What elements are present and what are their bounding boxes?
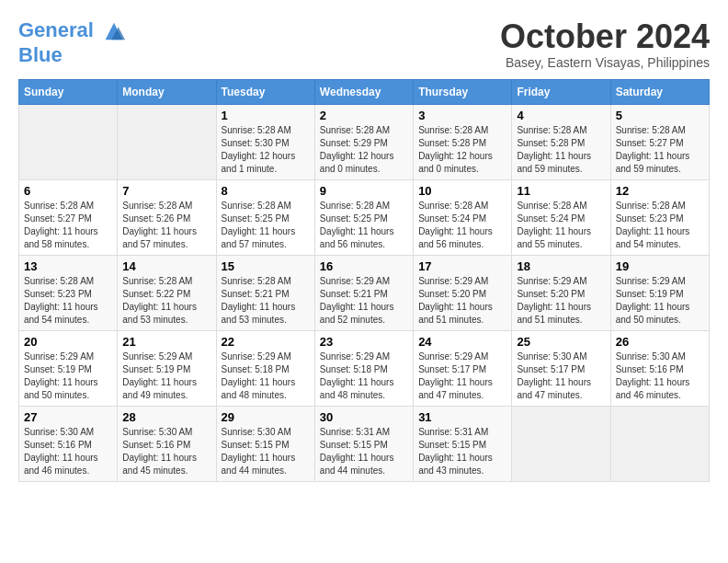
day-number: 22 <box>222 335 310 349</box>
day-info: Sunrise: 5:29 AMSunset: 5:18 PMDaylight:… <box>222 350 310 402</box>
day-info: Sunrise: 5:28 AMSunset: 5:25 PMDaylight:… <box>222 200 310 251</box>
day-cell: 24Sunrise: 5:29 AMSunset: 5:17 PMDayligh… <box>414 330 512 406</box>
logo: General Blue <box>18 18 127 66</box>
month-title: October 2024 <box>500 18 710 55</box>
day-info: Sunrise: 5:31 AMSunset: 5:15 PMDaylight:… <box>320 426 408 477</box>
day-number: 1 <box>222 109 310 122</box>
week-row-4: 20Sunrise: 5:29 AMSunset: 5:19 PMDayligh… <box>19 330 710 406</box>
day-number: 8 <box>222 184 310 198</box>
day-cell: 28Sunrise: 5:30 AMSunset: 5:16 PMDayligh… <box>118 406 216 481</box>
day-cell <box>19 104 118 179</box>
day-info: Sunrise: 5:30 AMSunset: 5:17 PMDaylight:… <box>517 350 605 402</box>
column-header-tuesday: Tuesday <box>216 79 314 104</box>
page-header: General Blue October 2024 Basey, Eastern… <box>18 18 710 70</box>
day-cell: 19Sunrise: 5:29 AMSunset: 5:19 PMDayligh… <box>610 255 709 330</box>
column-header-monday: Monday <box>118 79 216 104</box>
column-header-wednesday: Wednesday <box>314 79 413 104</box>
day-cell: 27Sunrise: 5:30 AMSunset: 5:16 PMDayligh… <box>19 406 118 481</box>
day-info: Sunrise: 5:30 AMSunset: 5:16 PMDaylight:… <box>24 426 112 477</box>
day-cell: 7Sunrise: 5:28 AMSunset: 5:26 PMDaylight… <box>118 179 216 255</box>
day-cell <box>118 104 216 179</box>
day-info: Sunrise: 5:29 AMSunset: 5:17 PMDaylight:… <box>418 350 506 402</box>
day-cell: 11Sunrise: 5:28 AMSunset: 5:24 PMDayligh… <box>512 179 610 255</box>
day-info: Sunrise: 5:28 AMSunset: 5:29 PMDaylight:… <box>320 124 408 176</box>
day-cell: 25Sunrise: 5:30 AMSunset: 5:17 PMDayligh… <box>512 330 610 406</box>
day-number: 10 <box>418 184 506 198</box>
day-cell: 6Sunrise: 5:28 AMSunset: 5:27 PMDaylight… <box>19 179 118 255</box>
week-row-1: 1Sunrise: 5:28 AMSunset: 5:30 PMDaylight… <box>19 104 710 179</box>
day-number: 9 <box>320 184 408 198</box>
day-number: 3 <box>418 109 506 122</box>
day-info: Sunrise: 5:29 AMSunset: 5:18 PMDaylight:… <box>320 350 408 402</box>
day-info: Sunrise: 5:28 AMSunset: 5:22 PMDaylight:… <box>122 275 210 327</box>
day-info: Sunrise: 5:28 AMSunset: 5:27 PMDaylight:… <box>24 200 112 251</box>
day-number: 17 <box>418 259 506 273</box>
day-number: 12 <box>616 184 704 198</box>
day-number: 21 <box>122 335 210 349</box>
day-cell <box>610 406 709 481</box>
day-number: 19 <box>616 259 704 273</box>
column-header-thursday: Thursday <box>414 79 512 104</box>
day-cell: 30Sunrise: 5:31 AMSunset: 5:15 PMDayligh… <box>314 406 413 481</box>
day-cell: 15Sunrise: 5:28 AMSunset: 5:21 PMDayligh… <box>216 255 314 330</box>
day-number: 7 <box>122 184 210 198</box>
day-info: Sunrise: 5:28 AMSunset: 5:21 PMDaylight:… <box>222 275 310 327</box>
day-info: Sunrise: 5:28 AMSunset: 5:30 PMDaylight:… <box>222 124 310 176</box>
day-info: Sunrise: 5:28 AMSunset: 5:28 PMDaylight:… <box>517 124 605 176</box>
day-cell: 1Sunrise: 5:28 AMSunset: 5:30 PMDaylight… <box>216 104 314 179</box>
day-cell: 5Sunrise: 5:28 AMSunset: 5:27 PMDaylight… <box>610 104 709 179</box>
day-info: Sunrise: 5:29 AMSunset: 5:19 PMDaylight:… <box>122 350 210 402</box>
day-number: 28 <box>122 410 210 424</box>
day-info: Sunrise: 5:28 AMSunset: 5:23 PMDaylight:… <box>616 200 704 251</box>
day-info: Sunrise: 5:29 AMSunset: 5:20 PMDaylight:… <box>418 275 506 327</box>
week-row-5: 27Sunrise: 5:30 AMSunset: 5:16 PMDayligh… <box>19 406 710 481</box>
day-number: 31 <box>418 410 506 424</box>
day-info: Sunrise: 5:28 AMSunset: 5:27 PMDaylight:… <box>616 124 704 176</box>
day-info: Sunrise: 5:28 AMSunset: 5:24 PMDaylight:… <box>517 200 605 251</box>
day-number: 16 <box>320 259 408 273</box>
day-number: 2 <box>320 109 408 122</box>
day-number: 27 <box>24 410 112 424</box>
day-cell: 20Sunrise: 5:29 AMSunset: 5:19 PMDayligh… <box>19 330 118 406</box>
day-cell: 23Sunrise: 5:29 AMSunset: 5:18 PMDayligh… <box>314 330 413 406</box>
day-number: 15 <box>222 259 310 273</box>
day-cell: 14Sunrise: 5:28 AMSunset: 5:22 PMDayligh… <box>118 255 216 330</box>
logo-text: General <box>18 18 127 44</box>
week-row-2: 6Sunrise: 5:28 AMSunset: 5:27 PMDaylight… <box>19 179 710 255</box>
calendar-table: SundayMondayTuesdayWednesdayThursdayFrid… <box>18 79 710 482</box>
day-number: 6 <box>24 184 112 198</box>
day-info: Sunrise: 5:29 AMSunset: 5:21 PMDaylight:… <box>320 275 408 327</box>
day-cell: 16Sunrise: 5:29 AMSunset: 5:21 PMDayligh… <box>314 255 413 330</box>
day-info: Sunrise: 5:30 AMSunset: 5:16 PMDaylight:… <box>122 426 210 477</box>
day-number: 11 <box>517 184 605 198</box>
day-cell: 12Sunrise: 5:28 AMSunset: 5:23 PMDayligh… <box>610 179 709 255</box>
day-cell: 9Sunrise: 5:28 AMSunset: 5:25 PMDaylight… <box>314 179 413 255</box>
day-cell: 4Sunrise: 5:28 AMSunset: 5:28 PMDaylight… <box>512 104 610 179</box>
day-cell: 17Sunrise: 5:29 AMSunset: 5:20 PMDayligh… <box>414 255 512 330</box>
day-number: 24 <box>418 335 506 349</box>
day-number: 4 <box>517 109 605 122</box>
day-cell: 29Sunrise: 5:30 AMSunset: 5:15 PMDayligh… <box>216 406 314 481</box>
day-cell: 2Sunrise: 5:28 AMSunset: 5:29 PMDaylight… <box>314 104 413 179</box>
title-section: October 2024 Basey, Eastern Visayas, Phi… <box>500 18 710 70</box>
day-cell: 26Sunrise: 5:30 AMSunset: 5:16 PMDayligh… <box>610 330 709 406</box>
day-info: Sunrise: 5:29 AMSunset: 5:19 PMDaylight:… <box>616 275 704 327</box>
day-number: 14 <box>122 259 210 273</box>
day-info: Sunrise: 5:30 AMSunset: 5:15 PMDaylight:… <box>222 426 310 477</box>
day-number: 13 <box>24 259 112 273</box>
location-subtitle: Basey, Eastern Visayas, Philippines <box>500 55 710 70</box>
day-cell <box>512 406 610 481</box>
day-number: 20 <box>24 335 112 349</box>
day-cell: 13Sunrise: 5:28 AMSunset: 5:23 PMDayligh… <box>19 255 118 330</box>
day-info: Sunrise: 5:29 AMSunset: 5:20 PMDaylight:… <box>517 275 605 327</box>
day-info: Sunrise: 5:28 AMSunset: 5:25 PMDaylight:… <box>320 200 408 251</box>
column-header-friday: Friday <box>512 79 610 104</box>
day-cell: 22Sunrise: 5:29 AMSunset: 5:18 PMDayligh… <box>216 330 314 406</box>
day-number: 23 <box>320 335 408 349</box>
logo-blue: Blue <box>18 44 127 66</box>
day-number: 18 <box>517 259 605 273</box>
logo-icon <box>101 18 127 44</box>
day-info: Sunrise: 5:29 AMSunset: 5:19 PMDaylight:… <box>24 350 112 402</box>
day-cell: 3Sunrise: 5:28 AMSunset: 5:28 PMDaylight… <box>414 104 512 179</box>
day-number: 25 <box>517 335 605 349</box>
